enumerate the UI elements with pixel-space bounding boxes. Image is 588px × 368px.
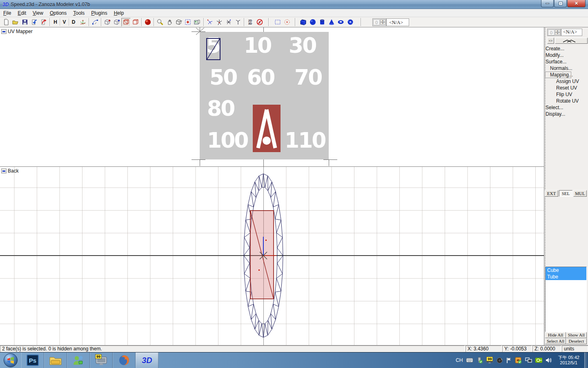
open-file-button[interactable] <box>11 18 20 27</box>
minimize-button[interactable] <box>541 0 554 7</box>
import-button[interactable] <box>29 18 39 27</box>
taskbar-app-remote-viewer[interactable]: 99 <box>90 352 113 368</box>
taskbar-app-photoshop[interactable]: Ps <box>21 352 44 368</box>
create-cylinder-button[interactable] <box>317 18 327 27</box>
cmd-assign-uv[interactable]: Assign UV <box>545 78 587 85</box>
cmd-rotate-uv[interactable]: Rotate UV <box>545 98 587 104</box>
diagonal-mirror-button[interactable]: D <box>69 18 78 26</box>
objects-mode-button[interactable] <box>131 18 140 27</box>
sel-mode-button[interactable]: SEL <box>559 190 572 197</box>
new-file-button[interactable] <box>1 18 11 27</box>
mode-2d3d-button[interactable]: 2D3D <box>245 18 255 27</box>
detail-spinner[interactable]: 0 ▲▼ <box>372 18 386 26</box>
menu-options[interactable]: Options <box>47 9 70 17</box>
cmd-create[interactable]: Create... <box>545 45 587 52</box>
create-cube-button[interactable] <box>298 18 308 27</box>
edges-mode-button[interactable] <box>112 18 121 27</box>
cmd-mapping[interactable]: Mapping... <box>545 72 571 78</box>
deselect-button[interactable]: Deselect <box>566 338 587 344</box>
sidebar-spinner[interactable]: 0 ▲▼ <box>547 29 561 36</box>
expand-menu-button[interactable] <box>555 38 588 44</box>
ext-mode-button[interactable]: EXT <box>545 190 558 197</box>
spinner-up-icon[interactable]: ▲ <box>380 19 385 22</box>
restore-button[interactable] <box>554 0 567 7</box>
uv-selection[interactable] <box>206 38 220 60</box>
cmd-normals[interactable]: Normals... <box>545 65 587 72</box>
tray-clock[interactable]: 下午 05:42 2012/5/1 <box>558 355 579 366</box>
show-desktop-button[interactable] <box>584 352 588 368</box>
menu-edit[interactable]: Edit <box>14 9 29 17</box>
spinner-down-icon[interactable]: ▼ <box>555 32 560 35</box>
vertical-mirror-button[interactable]: V <box>60 18 69 26</box>
axes-local-button[interactable] <box>214 18 224 27</box>
create-sphere-button[interactable] <box>308 18 317 27</box>
axes-screen-button[interactable] <box>224 18 233 27</box>
taskbar-app-firefox[interactable] <box>113 352 136 368</box>
taskbar-app-zmodeler[interactable]: 3D <box>136 352 158 368</box>
axes-y-button[interactable] <box>233 18 243 27</box>
taskbar-app-messenger[interactable] <box>67 352 90 368</box>
select-all-button[interactable]: Select All <box>545 338 566 344</box>
menu-tools[interactable]: Tools <box>70 9 88 17</box>
create-knot-button[interactable] <box>345 18 355 27</box>
rect-select-button[interactable] <box>273 18 282 27</box>
network-icon[interactable] <box>525 357 532 363</box>
taskbar-app-file-manager[interactable] <box>44 352 67 368</box>
volume-icon[interactable] <box>546 357 552 363</box>
pan-button[interactable] <box>165 18 174 27</box>
menu-help[interactable]: Help <box>111 9 127 17</box>
export-button[interactable] <box>39 18 48 27</box>
object-list-item-tube[interactable]: Tube <box>546 274 586 280</box>
circle-select-button[interactable] <box>282 18 292 27</box>
cmd-surface[interactable]: Surface... <box>545 58 587 65</box>
cmd-select[interactable]: Select... <box>545 104 587 111</box>
create-cone-button[interactable] <box>327 18 336 27</box>
mul-mode-button[interactable]: MUL <box>573 190 587 197</box>
sidebar-object-dropdown[interactable]: <N/A> <box>561 29 582 36</box>
cmd-flip-uv[interactable]: Flip UV <box>545 91 587 98</box>
lock-z-button[interactable]: Z <box>255 18 264 27</box>
material-button[interactable] <box>143 18 152 27</box>
start-button[interactable] <box>0 352 21 368</box>
zoom-button[interactable] <box>155 18 165 27</box>
title-bar[interactable]: 3D Speed.z3d - Zanoza Modeler v1.07b ✕ <box>0 0 588 9</box>
edit-vertices-button[interactable] <box>90 18 100 27</box>
object-list-item-cube[interactable]: Cube <box>546 267 586 274</box>
uv-mapper-viewport[interactable]: UV Mapper 5 10 30 50 60 70 80 <box>0 27 544 167</box>
language-indicator[interactable]: CH <box>456 357 463 363</box>
viewport-menu-icon[interactable] <box>1 29 7 34</box>
recorder-icon[interactable] <box>497 357 503 364</box>
cmd-modify[interactable]: Modify... <box>545 52 587 58</box>
nvidia-icon[interactable] <box>535 358 542 363</box>
vertices-mode-button[interactable] <box>102 18 112 27</box>
close-button[interactable]: ✕ <box>567 0 586 7</box>
texture-pan-button[interactable] <box>193 18 202 27</box>
show-all-button[interactable]: Show All <box>566 332 587 338</box>
spinner-down-icon[interactable]: ▼ <box>380 22 385 25</box>
back-viewport[interactable]: Back <box>0 167 544 345</box>
axes-world-button[interactable] <box>205 18 214 27</box>
menu-plugins[interactable]: Plugins <box>88 9 110 17</box>
cmd-display[interactable]: Display... <box>545 111 587 117</box>
usb-device-icon[interactable] <box>477 357 483 364</box>
create-torus-button[interactable] <box>336 18 345 27</box>
hide-all-button[interactable]: Hide All <box>545 332 566 338</box>
tray-display-icon[interactable]: 99 <box>486 357 493 364</box>
viewport-menu-icon[interactable] <box>1 168 7 173</box>
current-object-dropdown[interactable]: <N/A> <box>386 18 409 26</box>
texture-preview[interactable]: 5 10 30 50 60 70 80 100 110 <box>200 32 329 159</box>
spinner-up-icon[interactable]: ▲ <box>555 29 560 32</box>
rotate-view-button[interactable] <box>174 18 183 27</box>
transform-axes-button[interactable] <box>78 18 87 27</box>
keyboard-icon[interactable] <box>466 358 473 363</box>
faces-mode-button[interactable] <box>121 18 131 27</box>
antivirus-icon[interactable] <box>515 357 522 364</box>
save-button[interactable] <box>20 18 29 27</box>
select-region-button[interactable] <box>183 18 193 27</box>
cmd-reset-uv[interactable]: Reset UV <box>545 85 587 91</box>
horizontal-mirror-button[interactable]: H <box>51 18 60 26</box>
flag-icon[interactable] <box>506 357 512 364</box>
menu-file[interactable]: File <box>0 9 14 17</box>
menu-view[interactable]: View <box>29 9 47 17</box>
collapse-panel-button[interactable]: <> <box>547 38 554 44</box>
